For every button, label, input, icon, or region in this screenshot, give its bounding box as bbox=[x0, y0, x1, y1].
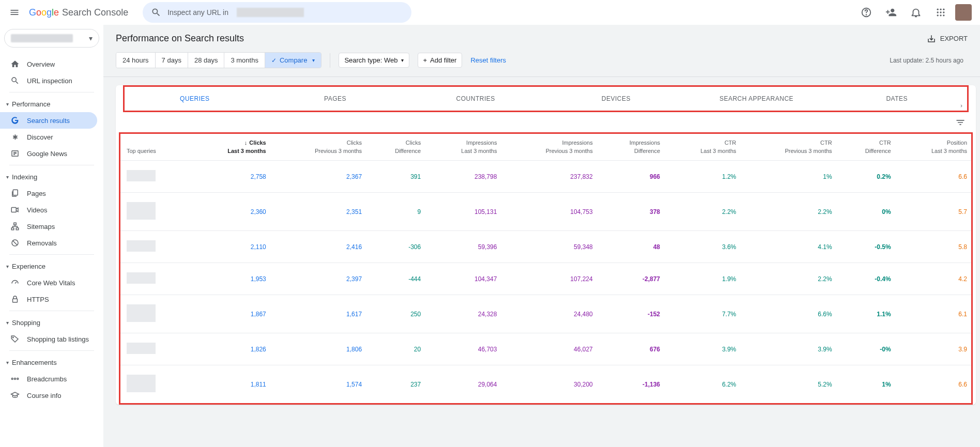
sidebar-section-shopping[interactable]: ▾ Shopping bbox=[0, 314, 103, 331]
col-clicks-last[interactable]: ↓ClicksLast 3 months bbox=[189, 134, 270, 161]
date-range-7d[interactable]: 7 days bbox=[156, 53, 188, 68]
menu-button[interactable] bbox=[4, 2, 25, 23]
users-button[interactable] bbox=[881, 2, 901, 23]
table-row[interactable]: 1,8671,61725024,32824,480-1527.7%6.6%1.1… bbox=[120, 295, 971, 333]
cell-ctr-diff: -0% bbox=[836, 333, 895, 365]
sidebar-item-search-results[interactable]: Search results bbox=[0, 112, 97, 129]
account-avatar[interactable] bbox=[955, 4, 972, 21]
sidebar-item-shopping-tab[interactable]: Shopping tab listings bbox=[0, 331, 97, 347]
search-type-filter[interactable]: Search type: Web ▾ bbox=[339, 53, 409, 68]
tab-countries[interactable]: COUNTRIES bbox=[405, 95, 546, 102]
cell-imp-diff: 966 bbox=[597, 161, 664, 193]
sidebar-section-performance[interactable]: ▾ Performance bbox=[0, 96, 103, 112]
table-row[interactable]: 2,1102,416-30659,39659,348483.6%4.1%-0.5… bbox=[120, 231, 971, 263]
col-imp-diff[interactable]: ImpressionsDifference bbox=[597, 134, 664, 161]
col-imp-prev[interactable]: ImpressionsPrevious 3 months bbox=[501, 134, 596, 161]
col-query[interactable]: Top queries bbox=[120, 134, 189, 161]
cell-imp-prev: 30,200 bbox=[501, 365, 596, 404]
tab-pages[interactable]: PAGES bbox=[265, 95, 406, 102]
cell-clicks-diff: 9 bbox=[366, 193, 425, 231]
add-filter-button[interactable]: + Add filter bbox=[418, 53, 463, 68]
sidebar-item-removals[interactable]: Removals bbox=[0, 235, 97, 251]
sidebar-item-videos[interactable]: Videos bbox=[0, 202, 97, 218]
cell-imp-last: 105,131 bbox=[425, 193, 501, 231]
svg-point-27 bbox=[17, 378, 19, 380]
col-pos-last[interactable]: PositionLast 3 months bbox=[895, 134, 971, 161]
svg-point-8 bbox=[937, 14, 939, 16]
table-row[interactable]: 1,8111,57423729,06430,200-1,1366.2%5.2%1… bbox=[120, 365, 971, 404]
col-ctr-prev[interactable]: CTRPrevious 3 months bbox=[740, 134, 836, 161]
sidebar-section-experience[interactable]: ▾ Experience bbox=[0, 258, 103, 274]
sidebar-item-discover[interactable]: ✱ Discover bbox=[0, 129, 97, 145]
tabs-scroll-right[interactable] bbox=[953, 98, 970, 114]
sidebar-item-url-inspection[interactable]: URL inspection bbox=[0, 72, 97, 89]
cell-ctr-last: 3.9% bbox=[664, 333, 740, 365]
cell-imp-last: 46,703 bbox=[425, 333, 501, 365]
sidebar-item-google-news[interactable]: Google News bbox=[0, 145, 97, 162]
svg-point-25 bbox=[11, 378, 13, 380]
cell-query bbox=[120, 161, 189, 193]
col-clicks-prev[interactable]: ClicksPrevious 3 months bbox=[270, 134, 366, 161]
cell-ctr-prev: 6.6% bbox=[740, 295, 836, 333]
date-range-3m[interactable]: 3 months bbox=[224, 53, 265, 68]
date-range-28d[interactable]: 28 days bbox=[188, 53, 225, 68]
col-ctr-last[interactable]: CTRLast 3 months bbox=[664, 134, 740, 161]
cell-ctr-prev: 2.2% bbox=[740, 263, 836, 295]
notifications-button[interactable] bbox=[906, 2, 926, 23]
apps-grid-icon bbox=[936, 7, 946, 18]
col-imp-last[interactable]: ImpressionsLast 3 months bbox=[425, 134, 501, 161]
url-inspect-search[interactable]: Inspect any URL in bbox=[143, 2, 411, 23]
cell-imp-diff: 378 bbox=[597, 193, 664, 231]
news-icon bbox=[10, 149, 20, 158]
table-row[interactable]: 1,8261,8062046,70346,0276763.9%3.9%-0%3.… bbox=[120, 333, 971, 365]
tab-devices[interactable]: DEVICES bbox=[546, 95, 686, 102]
plus-icon: + bbox=[423, 56, 427, 64]
sidebar-item-overview[interactable]: Overview bbox=[0, 56, 97, 72]
apps-button[interactable] bbox=[930, 2, 951, 23]
lock-icon bbox=[10, 295, 20, 304]
cell-ctr-diff: -0.5% bbox=[836, 231, 895, 263]
table-row[interactable]: 2,3602,3519105,131104,7533782.2%2.2%0%5.… bbox=[120, 193, 971, 231]
topbar-actions bbox=[856, 2, 976, 23]
table-row[interactable]: 2,7582,367391238,798237,8329661.2%1%0.2%… bbox=[120, 161, 971, 193]
chip-label: Search type: Web bbox=[344, 56, 397, 64]
table-row[interactable]: 1,9532,397-444104,347107,224-2,8771.9%2.… bbox=[120, 263, 971, 295]
reset-filters-link[interactable]: Reset filters bbox=[470, 56, 506, 64]
cell-clicks-last: 1,867 bbox=[189, 295, 270, 333]
sidebar-section-indexing[interactable]: ▾ Indexing bbox=[0, 168, 103, 185]
cell-imp-last: 24,328 bbox=[425, 295, 501, 333]
help-button[interactable] bbox=[856, 2, 877, 23]
arrow-down-icon: ↓ bbox=[244, 139, 248, 147]
sidebar-item-pages[interactable]: Pages bbox=[0, 185, 97, 202]
date-range-24h[interactable]: 24 hours bbox=[116, 53, 156, 68]
cell-clicks-diff: -444 bbox=[366, 263, 425, 295]
sidebar-item-core-web-vitals[interactable]: Core Web Vitals bbox=[0, 274, 97, 291]
chevron-down-icon: ▾ bbox=[6, 320, 9, 326]
tab-search-appearance[interactable]: SEARCH APPEARANCE bbox=[686, 95, 827, 102]
cell-clicks-last: 2,758 bbox=[189, 161, 270, 193]
tab-dates[interactable]: DATES bbox=[826, 95, 967, 102]
tab-queries[interactable]: QUERIES bbox=[125, 95, 265, 102]
filter-icon bbox=[955, 117, 966, 128]
table-filter-button[interactable] bbox=[955, 117, 966, 129]
cell-query bbox=[120, 365, 189, 404]
export-button[interactable]: EXPORT bbox=[927, 34, 968, 43]
sidebar-label: Breadcrumbs bbox=[27, 375, 67, 383]
sidebar-item-breadcrumbs[interactable]: Breadcrumbs bbox=[0, 371, 97, 387]
col-ctr-diff[interactable]: CTRDifference bbox=[836, 134, 895, 161]
date-range-compare[interactable]: Compare bbox=[265, 53, 321, 68]
sidebar-item-course-info[interactable]: Course info bbox=[0, 387, 97, 404]
property-selector[interactable]: ▾ bbox=[4, 29, 99, 48]
svg-point-3 bbox=[940, 9, 941, 10]
logo[interactable]: Google Search Console bbox=[29, 7, 128, 18]
cell-imp-last: 104,347 bbox=[425, 263, 501, 295]
cell-pos-last: 6.1 bbox=[895, 295, 971, 333]
sidebar-item-sitemaps[interactable]: Sitemaps bbox=[0, 218, 97, 235]
col-clicks-diff[interactable]: ClicksDifference bbox=[366, 134, 425, 161]
cell-imp-prev: 46,027 bbox=[501, 333, 596, 365]
sidebar-section-enhancements[interactable]: ▾ Enhancements bbox=[0, 354, 103, 371]
sidebar-item-https[interactable]: HTTPS bbox=[0, 291, 97, 307]
svg-point-7 bbox=[943, 11, 944, 13]
cell-pos-last: 4.2 bbox=[895, 263, 971, 295]
sidebar-label: Experience bbox=[12, 263, 45, 270]
